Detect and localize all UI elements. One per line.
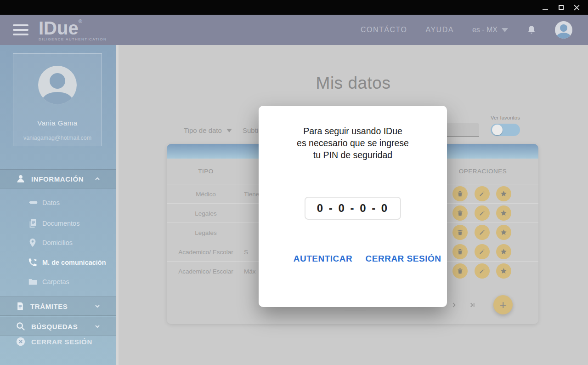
star-icon bbox=[500, 228, 508, 236]
caret-down-icon bbox=[502, 28, 508, 32]
app-logo: IDue® DILIGENCE AUTHENTICATION bbox=[39, 19, 107, 41]
add-data-button[interactable]: + bbox=[493, 295, 513, 314]
registered-mark: ® bbox=[79, 18, 82, 24]
favorite-button[interactable] bbox=[496, 244, 511, 259]
notifications-button[interactable] bbox=[526, 24, 537, 35]
profile-name: Vania Gama bbox=[13, 119, 102, 127]
favorite-button[interactable] bbox=[496, 186, 511, 201]
cell-tipo: Médico bbox=[167, 184, 245, 204]
trash-icon bbox=[457, 268, 464, 274]
profile-card: Vania Gama vaniagamag@hotmail.com bbox=[13, 53, 102, 146]
edit-button[interactable] bbox=[475, 225, 490, 240]
circle-x-icon bbox=[16, 336, 26, 347]
star-icon bbox=[500, 248, 508, 256]
documents-icon bbox=[28, 218, 38, 228]
window-titlebar bbox=[0, 0, 588, 15]
cell-tipo: Legales bbox=[167, 223, 245, 242]
file-icon bbox=[16, 301, 25, 311]
edit-button[interactable] bbox=[475, 263, 490, 279]
help-link[interactable]: AYUDA bbox=[425, 26, 453, 34]
language-selector[interactable]: es - MX bbox=[472, 26, 508, 34]
favorite-button[interactable] bbox=[496, 225, 511, 240]
hamburger-menu-icon[interactable] bbox=[13, 24, 28, 35]
section-label: INFORMACIÓN bbox=[31, 175, 84, 183]
delete-button[interactable] bbox=[452, 225, 468, 240]
chevron-up-icon bbox=[94, 175, 101, 182]
sidebar-item-label: Carpetas bbox=[42, 278, 69, 285]
sidebar-item-documentos[interactable]: Documentos bbox=[0, 215, 116, 232]
logout-button[interactable]: CERRAR SESIÓN bbox=[364, 254, 442, 264]
pin-input[interactable] bbox=[305, 197, 401, 220]
close-icon bbox=[574, 5, 580, 11]
person-icon bbox=[16, 174, 26, 184]
card-icon bbox=[28, 198, 38, 208]
sidebar-section-informacion[interactable]: INFORMACIÓN bbox=[0, 169, 116, 188]
pin-dialog: Para seguir usando IDue es necesario que… bbox=[259, 106, 447, 307]
section-label: BÚSQUEDAS bbox=[31, 323, 78, 331]
edit-button[interactable] bbox=[475, 186, 490, 201]
sidebar-item-domicilios[interactable]: Domicilios bbox=[0, 234, 116, 251]
favorite-button[interactable] bbox=[496, 205, 511, 221]
trash-icon bbox=[457, 190, 464, 197]
pencil-icon bbox=[479, 210, 486, 217]
sidebar-item-datos[interactable]: Datos bbox=[0, 194, 116, 211]
delete-button[interactable] bbox=[452, 244, 468, 259]
sidebar-section-tramites[interactable]: TRÁMITES bbox=[0, 297, 116, 316]
favorite-button[interactable] bbox=[496, 263, 511, 279]
column-header-operaciones: OPERACIONES bbox=[442, 159, 523, 184]
sidebar-item-label: Datos bbox=[42, 199, 60, 206]
toggle-knob bbox=[492, 125, 503, 135]
chevron-down-icon bbox=[94, 302, 101, 310]
logo-subtitle: DILIGENCE AUTHENTICATION bbox=[39, 38, 107, 41]
page-size-select-underline[interactable] bbox=[345, 310, 366, 310]
sidebar-logout-button[interactable]: CERRAR SESIÓN bbox=[0, 333, 116, 350]
trash-icon bbox=[457, 248, 464, 255]
trash-icon bbox=[457, 210, 464, 217]
plus-icon: + bbox=[499, 299, 506, 311]
contact-link[interactable]: CONTÁCTO bbox=[361, 26, 407, 34]
pin-dialog-message: Para seguir usando IDue es necesario que… bbox=[259, 125, 447, 161]
pencil-icon bbox=[479, 248, 486, 255]
caret-down-icon bbox=[226, 129, 232, 132]
favorites-label: Ver favoritos bbox=[468, 115, 543, 120]
delete-button[interactable] bbox=[452, 205, 468, 221]
user-avatar[interactable] bbox=[555, 21, 572, 39]
pencil-icon bbox=[479, 268, 486, 274]
sidebar: Vania Gama vaniagamag@hotmail.com INFORM… bbox=[0, 45, 116, 365]
app-header: IDue® DILIGENCE AUTHENTICATION CONTÁCTO … bbox=[0, 15, 588, 45]
map-pin-icon bbox=[28, 238, 38, 248]
edit-button[interactable] bbox=[475, 244, 490, 259]
maximize-button[interactable] bbox=[558, 4, 564, 11]
sidebar-item-carpetas[interactable]: Carpetas bbox=[0, 274, 116, 290]
edit-button[interactable] bbox=[475, 205, 490, 221]
authenticate-button[interactable]: AUTENTICAR bbox=[279, 254, 367, 264]
last-page-icon bbox=[468, 301, 476, 309]
favorites-toggle[interactable] bbox=[491, 124, 520, 136]
column-header-tipo: TIPO bbox=[167, 159, 245, 184]
folder-icon bbox=[28, 277, 38, 287]
chevron-down-icon bbox=[94, 323, 101, 330]
avatar-person-icon bbox=[50, 73, 65, 89]
delete-button[interactable] bbox=[452, 263, 468, 279]
section-label: TRÁMITES bbox=[30, 302, 68, 310]
sidebar-item-label: Domicilios bbox=[42, 239, 73, 246]
minimize-button[interactable] bbox=[542, 4, 548, 11]
next-page-button[interactable] bbox=[447, 298, 460, 311]
pencil-icon bbox=[479, 229, 486, 236]
cell-tipo: Legales bbox=[167, 204, 245, 223]
language-label: es - MX bbox=[472, 26, 498, 34]
delete-button[interactable] bbox=[452, 186, 468, 201]
sidebar-item-medios-comunicacion[interactable]: M. de comunicación bbox=[0, 254, 116, 271]
next-page-icon bbox=[450, 301, 458, 309]
last-page-button[interactable] bbox=[465, 298, 478, 311]
star-icon bbox=[500, 190, 508, 198]
application-window: IDue® DILIGENCE AUTHENTICATION CONTÁCTO … bbox=[0, 0, 588, 365]
cell-tipo: Academico/ Escolar bbox=[167, 242, 245, 262]
avatar-person-icon bbox=[560, 24, 567, 32]
bell-icon bbox=[526, 24, 537, 35]
filter-label: Tipo de dato bbox=[184, 126, 222, 134]
close-button[interactable] bbox=[573, 4, 580, 11]
filter-tipo-de-dato[interactable]: Tipo de dato bbox=[184, 126, 232, 134]
sidebar-item-label: M. de comunicación bbox=[42, 259, 106, 266]
phone-icon bbox=[28, 257, 38, 268]
